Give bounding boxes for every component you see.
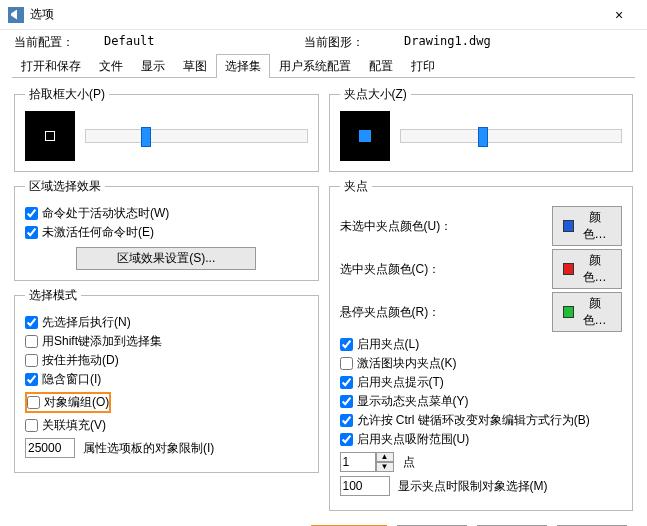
region-group: 区域选择效果 命令处于活动状态时(W) 未激活任何命令时(E) 区域效果设置(S… xyxy=(14,178,319,281)
current-config-label: 当前配置： xyxy=(14,34,104,51)
grip-color-button-2[interactable]: 颜色… xyxy=(552,292,622,332)
tab-4[interactable]: 选择集 xyxy=(216,54,270,78)
mode-group: 选择模式 先选择后执行(N)用Shift键添加到选择集按住并拖动(D)隐含窗口(… xyxy=(14,287,319,473)
grips-group: 夹点 未选中夹点颜色(U)：颜色…选中夹点颜色(C)：颜色…悬停夹点颜色(R)：… xyxy=(329,178,634,511)
pickbox-slider[interactable] xyxy=(85,129,308,143)
pickbox-preview xyxy=(25,111,75,161)
pickbox-square-icon xyxy=(45,131,55,141)
grip-spin[interactable]: ▲▼ xyxy=(340,452,395,472)
mode-item-5[interactable]: 关联填充(V) xyxy=(25,417,308,434)
app-icon xyxy=(8,7,24,23)
grip-color-row-1: 选中夹点颜色(C)：颜色… xyxy=(340,249,623,289)
grip-check-5[interactable]: 启用夹点吸附范围(U) xyxy=(340,431,623,448)
mode-legend: 选择模式 xyxy=(25,287,81,304)
spin-up-icon[interactable]: ▲ xyxy=(376,452,394,462)
grip-square-icon xyxy=(359,130,371,142)
region-nocmd-active[interactable]: 未激活任何命令时(E) xyxy=(25,224,308,241)
mode-item-2[interactable]: 按住并拖动(D) xyxy=(25,352,308,369)
grips-legend: 夹点 xyxy=(340,178,372,195)
mode-item-3[interactable]: 隐含窗口(I) xyxy=(25,371,308,388)
grip-limit-input[interactable] xyxy=(340,476,390,496)
close-icon[interactable]: × xyxy=(599,7,639,23)
grip-check-2[interactable]: 启用夹点提示(T) xyxy=(340,374,623,391)
grip-color-button-1[interactable]: 颜色… xyxy=(552,249,622,289)
mode-item-0[interactable]: 先选择后执行(N) xyxy=(25,314,308,331)
grip-check-4[interactable]: 允许按 Ctrl 键循环改变对象编辑方式行为(B) xyxy=(340,412,623,429)
gripsize-legend: 夹点大小(Z) xyxy=(340,86,411,103)
pickbox-group: 拾取框大小(P) xyxy=(14,86,319,172)
mode-limit-input[interactable] xyxy=(25,438,75,458)
tab-3[interactable]: 草图 xyxy=(174,54,216,78)
region-settings-button[interactable]: 区域效果设置(S)... xyxy=(76,247,256,270)
grip-color-row-2: 悬停夹点颜色(R)：颜色… xyxy=(340,292,623,332)
grip-color-button-0[interactable]: 颜色… xyxy=(552,206,622,246)
pickbox-legend: 拾取框大小(P) xyxy=(25,86,109,103)
mode-item-1[interactable]: 用Shift键添加到选择集 xyxy=(25,333,308,350)
current-config-value: Default xyxy=(104,34,304,51)
tab-1[interactable]: 文件 xyxy=(90,54,132,78)
current-drawing-label: 当前图形： xyxy=(304,34,404,51)
grip-spin-label: 点 xyxy=(403,454,415,471)
grip-check-3[interactable]: 显示动态夹点菜单(Y) xyxy=(340,393,623,410)
tab-7[interactable]: 打印 xyxy=(402,54,444,78)
region-cmd-active[interactable]: 命令处于活动状态时(W) xyxy=(25,205,308,222)
mode-limit-label: 属性选项板的对象限制(I) xyxy=(83,440,214,457)
region-legend: 区域选择效果 xyxy=(25,178,105,195)
current-drawing-value: Drawing1.dwg xyxy=(404,34,491,51)
spin-down-icon[interactable]: ▼ xyxy=(376,462,394,472)
gripsize-preview xyxy=(340,111,390,161)
grip-limit-label: 显示夹点时限制对象选择(M) xyxy=(398,478,548,495)
window-title: 选项 xyxy=(30,6,599,23)
grip-check-1[interactable]: 激活图块内夹点(K) xyxy=(340,355,623,372)
tab-6[interactable]: 配置 xyxy=(360,54,402,78)
grip-color-row-0: 未选中夹点颜色(U)：颜色… xyxy=(340,206,623,246)
tab-2[interactable]: 显示 xyxy=(132,54,174,78)
gripsize-slider[interactable] xyxy=(400,129,623,143)
mode-item-4[interactable]: 对象编组(O) xyxy=(25,392,111,413)
tab-0[interactable]: 打开和保存 xyxy=(12,54,90,78)
tab-5[interactable]: 用户系统配置 xyxy=(270,54,360,78)
grip-check-0[interactable]: 启用夹点(L) xyxy=(340,336,623,353)
gripsize-group: 夹点大小(Z) xyxy=(329,86,634,172)
